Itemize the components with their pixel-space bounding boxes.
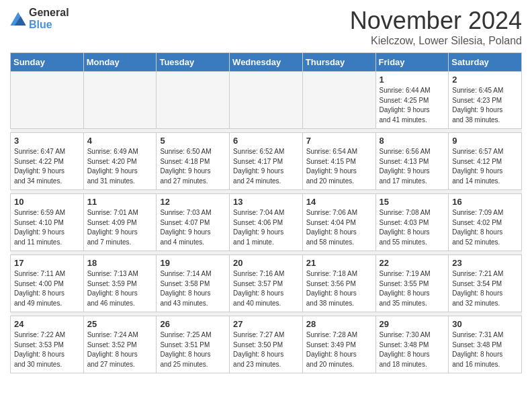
day-info: Sunrise: 7:22 AM Sunset: 3:53 PM Dayligh… <box>14 330 80 369</box>
day-number: 21 <box>306 258 372 268</box>
calendar-cell: 16Sunrise: 7:09 AM Sunset: 4:02 PM Dayli… <box>449 194 522 251</box>
header-wednesday: Wednesday <box>230 53 303 72</box>
day-number: 13 <box>233 197 299 207</box>
calendar-cell: 23Sunrise: 7:21 AM Sunset: 3:54 PM Dayli… <box>449 255 522 312</box>
day-number: 8 <box>380 136 445 146</box>
day-number: 19 <box>160 258 226 268</box>
week-row-3: 17Sunrise: 7:11 AM Sunset: 4:00 PM Dayli… <box>11 255 522 312</box>
month-title: November 2024 <box>350 7 522 35</box>
calendar-cell: 26Sunrise: 7:25 AM Sunset: 3:51 PM Dayli… <box>157 316 230 373</box>
day-number: 12 <box>160 197 226 207</box>
day-info: Sunrise: 7:09 AM Sunset: 4:02 PM Dayligh… <box>452 208 518 247</box>
day-info: Sunrise: 6:45 AM Sunset: 4:23 PM Dayligh… <box>452 86 518 125</box>
calendar-cell: 6Sunrise: 6:52 AM Sunset: 4:17 PM Daylig… <box>230 133 303 190</box>
day-number: 2 <box>452 75 518 85</box>
week-row-1: 3Sunrise: 6:47 AM Sunset: 4:22 PM Daylig… <box>11 133 522 190</box>
calendar-cell: 12Sunrise: 7:03 AM Sunset: 4:07 PM Dayli… <box>157 194 230 251</box>
day-number: 14 <box>306 197 372 207</box>
day-number: 26 <box>160 319 226 329</box>
day-number: 29 <box>380 319 445 329</box>
day-number: 27 <box>233 319 299 329</box>
day-info: Sunrise: 7:18 AM Sunset: 3:56 PM Dayligh… <box>306 269 372 308</box>
header-friday: Friday <box>375 53 449 72</box>
calendar-table: SundayMondayTuesdayWednesdayThursdayFrid… <box>10 52 522 373</box>
day-info: Sunrise: 7:21 AM Sunset: 3:54 PM Dayligh… <box>452 269 518 308</box>
title-area: November 2024 Kielczow, Lower Silesia, P… <box>350 7 522 47</box>
calendar-header-row: SundayMondayTuesdayWednesdayThursdayFrid… <box>11 53 522 72</box>
calendar-cell: 30Sunrise: 7:31 AM Sunset: 3:48 PM Dayli… <box>449 316 522 373</box>
calendar-cell: 8Sunrise: 6:56 AM Sunset: 4:13 PM Daylig… <box>375 133 449 190</box>
day-number: 16 <box>452 197 518 207</box>
week-row-2: 10Sunrise: 6:59 AM Sunset: 4:10 PM Dayli… <box>11 194 522 251</box>
calendar-cell: 22Sunrise: 7:19 AM Sunset: 3:55 PM Dayli… <box>375 255 449 312</box>
calendar-cell <box>157 72 230 129</box>
day-info: Sunrise: 7:08 AM Sunset: 4:03 PM Dayligh… <box>380 208 445 247</box>
calendar-cell: 25Sunrise: 7:24 AM Sunset: 3:52 PM Dayli… <box>83 316 157 373</box>
calendar-cell <box>302 72 375 129</box>
day-info: Sunrise: 7:06 AM Sunset: 4:04 PM Dayligh… <box>306 208 372 247</box>
day-info: Sunrise: 7:25 AM Sunset: 3:51 PM Dayligh… <box>160 330 226 369</box>
header-tuesday: Tuesday <box>157 53 230 72</box>
day-number: 9 <box>452 136 518 146</box>
week-row-4: 24Sunrise: 7:22 AM Sunset: 3:53 PM Dayli… <box>11 316 522 373</box>
calendar-cell: 20Sunrise: 7:16 AM Sunset: 3:57 PM Dayli… <box>230 255 303 312</box>
calendar-cell: 1Sunrise: 6:44 AM Sunset: 4:25 PM Daylig… <box>375 72 449 129</box>
day-info: Sunrise: 6:56 AM Sunset: 4:13 PM Dayligh… <box>380 147 445 186</box>
calendar-cell: 10Sunrise: 6:59 AM Sunset: 4:10 PM Dayli… <box>11 194 84 251</box>
day-number: 7 <box>306 136 372 146</box>
day-number: 10 <box>14 197 80 207</box>
calendar-cell: 29Sunrise: 7:30 AM Sunset: 3:48 PM Dayli… <box>375 316 449 373</box>
day-info: Sunrise: 7:19 AM Sunset: 3:55 PM Dayligh… <box>380 269 445 308</box>
day-number: 24 <box>14 319 80 329</box>
calendar-cell <box>11 72 84 129</box>
day-info: Sunrise: 6:44 AM Sunset: 4:25 PM Dayligh… <box>380 86 445 125</box>
calendar-cell: 13Sunrise: 7:04 AM Sunset: 4:06 PM Dayli… <box>230 194 303 251</box>
day-info: Sunrise: 7:28 AM Sunset: 3:49 PM Dayligh… <box>306 330 372 369</box>
header-thursday: Thursday <box>302 53 375 72</box>
calendar-cell: 18Sunrise: 7:13 AM Sunset: 3:59 PM Dayli… <box>83 255 157 312</box>
calendar-cell: 17Sunrise: 7:11 AM Sunset: 4:00 PM Dayli… <box>11 255 84 312</box>
page-header: General Blue November 2024 Kielczow, Low… <box>10 7 522 47</box>
calendar-cell: 24Sunrise: 7:22 AM Sunset: 3:53 PM Dayli… <box>11 316 84 373</box>
header-sunday: Sunday <box>11 53 84 72</box>
day-number: 25 <box>87 319 153 329</box>
calendar-cell: 4Sunrise: 6:49 AM Sunset: 4:20 PM Daylig… <box>83 133 157 190</box>
day-number: 5 <box>160 136 226 146</box>
day-number: 20 <box>233 258 299 268</box>
day-number: 6 <box>233 136 299 146</box>
day-number: 23 <box>452 258 518 268</box>
day-info: Sunrise: 6:49 AM Sunset: 4:20 PM Dayligh… <box>87 147 153 186</box>
calendar-cell: 21Sunrise: 7:18 AM Sunset: 3:56 PM Dayli… <box>302 255 375 312</box>
day-number: 4 <box>87 136 153 146</box>
calendar-cell: 2Sunrise: 6:45 AM Sunset: 4:23 PM Daylig… <box>449 72 522 129</box>
day-number: 28 <box>306 319 372 329</box>
day-number: 18 <box>87 258 153 268</box>
day-info: Sunrise: 7:13 AM Sunset: 3:59 PM Dayligh… <box>87 269 153 308</box>
day-info: Sunrise: 6:54 AM Sunset: 4:15 PM Dayligh… <box>306 147 372 186</box>
calendar-cell <box>83 72 157 129</box>
day-info: Sunrise: 7:01 AM Sunset: 4:09 PM Dayligh… <box>87 208 153 247</box>
location-title: Kielczow, Lower Silesia, Poland <box>350 35 522 47</box>
header-monday: Monday <box>83 53 157 72</box>
day-info: Sunrise: 6:59 AM Sunset: 4:10 PM Dayligh… <box>14 208 80 247</box>
calendar-cell: 3Sunrise: 6:47 AM Sunset: 4:22 PM Daylig… <box>11 133 84 190</box>
day-number: 22 <box>380 258 445 268</box>
day-info: Sunrise: 6:47 AM Sunset: 4:22 PM Dayligh… <box>14 147 80 186</box>
day-info: Sunrise: 7:27 AM Sunset: 3:50 PM Dayligh… <box>233 330 299 369</box>
calendar-cell: 9Sunrise: 6:57 AM Sunset: 4:12 PM Daylig… <box>449 133 522 190</box>
logo: General Blue <box>10 7 69 31</box>
day-info: Sunrise: 7:14 AM Sunset: 3:58 PM Dayligh… <box>160 269 226 308</box>
calendar-cell: 15Sunrise: 7:08 AM Sunset: 4:03 PM Dayli… <box>375 194 449 251</box>
calendar-cell: 7Sunrise: 6:54 AM Sunset: 4:15 PM Daylig… <box>302 133 375 190</box>
day-info: Sunrise: 7:04 AM Sunset: 4:06 PM Dayligh… <box>233 208 299 247</box>
logo-text: General Blue <box>29 7 69 31</box>
day-info: Sunrise: 6:52 AM Sunset: 4:17 PM Dayligh… <box>233 147 299 186</box>
day-number: 15 <box>380 197 445 207</box>
calendar-cell: 27Sunrise: 7:27 AM Sunset: 3:50 PM Dayli… <box>230 316 303 373</box>
day-number: 11 <box>87 197 153 207</box>
calendar-cell: 28Sunrise: 7:28 AM Sunset: 3:49 PM Dayli… <box>302 316 375 373</box>
day-info: Sunrise: 7:16 AM Sunset: 3:57 PM Dayligh… <box>233 269 299 308</box>
logo-icon <box>10 12 26 26</box>
calendar-cell: 19Sunrise: 7:14 AM Sunset: 3:58 PM Dayli… <box>157 255 230 312</box>
day-number: 17 <box>14 258 80 268</box>
